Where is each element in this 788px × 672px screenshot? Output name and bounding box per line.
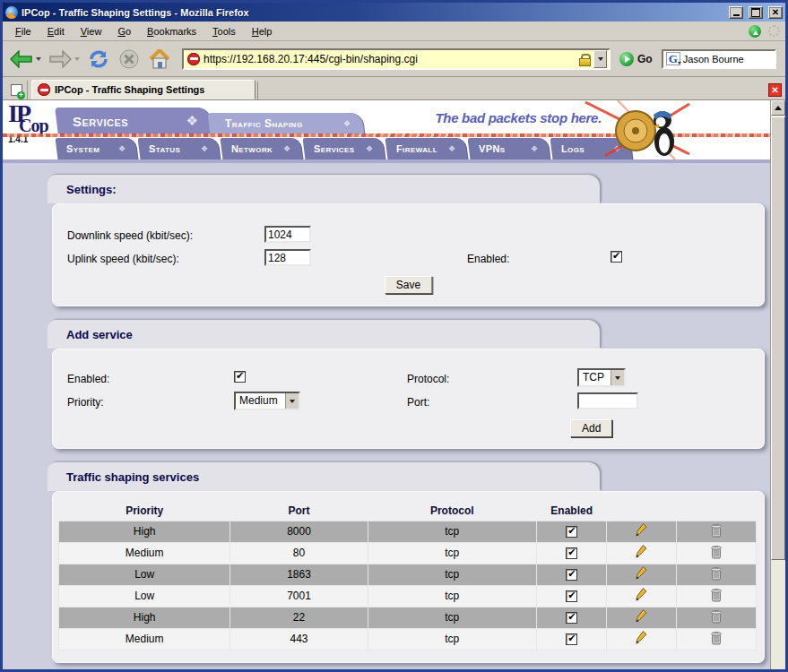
downlink-input[interactable] — [264, 226, 311, 243]
delete-trash-icon[interactable] — [710, 631, 723, 645]
table-row: High22tcp — [59, 607, 757, 628]
uplink-input[interactable] — [264, 249, 311, 266]
diamond-icon: ❖ — [531, 144, 549, 153]
close-tab-button[interactable]: ✕ — [768, 83, 782, 97]
port-input[interactable] — [577, 392, 638, 409]
cell-priority: Medium — [59, 542, 230, 564]
url-dropdown-button[interactable] — [593, 50, 607, 68]
add-enabled-checkbox[interactable] — [234, 371, 246, 383]
menu-item[interactable]: Tools — [205, 23, 243, 39]
nav-tab[interactable]: Services ❖ — [304, 138, 384, 159]
menu-item[interactable]: Go — [110, 23, 138, 39]
panel-title: Add service — [48, 320, 600, 341]
protocol-select[interactable]: TCP — [577, 368, 626, 387]
save-button[interactable]: Save — [385, 276, 432, 294]
port-label: Port: — [407, 396, 429, 409]
downlink-label: Downlink speed (kbit/sec): — [67, 229, 193, 242]
chevron-down-icon[interactable] — [285, 393, 299, 409]
diamond-icon: ❖ — [343, 119, 363, 128]
edit-pencil-icon[interactable] — [635, 544, 648, 559]
edit-pencil-icon[interactable] — [635, 587, 648, 602]
edit-pencil-icon[interactable] — [635, 522, 648, 538]
nav-tab[interactable]: System ❖ — [56, 138, 136, 159]
priority-label: Priority: — [67, 396, 104, 409]
scrollbar-thumb[interactable] — [771, 116, 785, 560]
row-enabled-checkbox[interactable] — [566, 569, 577, 581]
close-button[interactable] — [768, 6, 783, 19]
back-dropdown-icon[interactable] — [36, 57, 41, 64]
nav-tab[interactable]: Network ❖ — [221, 138, 301, 159]
google-icon[interactable]: G — [666, 52, 680, 65]
home-icon[interactable] — [146, 47, 173, 72]
scroll-up-icon[interactable] — [771, 100, 785, 116]
priority-select[interactable]: Medium — [234, 392, 300, 410]
add-button[interactable]: Add — [570, 419, 612, 437]
row-enabled-checkbox[interactable] — [566, 547, 577, 559]
delete-trash-icon[interactable] — [710, 609, 723, 624]
url-text[interactable]: https://192.168.20.17:445/cgi-bin/shapin… — [203, 53, 576, 65]
menu-items: FileEditViewGoBookmarksToolsHelp — [8, 23, 749, 39]
row-enabled-checkbox[interactable] — [566, 633, 577, 645]
row-enabled-checkbox[interactable] — [566, 526, 577, 538]
uplink-label: Uplink speed (kbit/sec): — [67, 253, 179, 265]
cell-port: 1863 — [230, 564, 368, 585]
chevron-down-icon[interactable] — [610, 370, 624, 385]
minimize-button[interactable] — [729, 6, 743, 19]
nav-tab[interactable]: Status ❖ — [139, 138, 219, 159]
url-bar[interactable]: https://192.168.20.17:445/cgi-bin/shapin… — [182, 48, 610, 70]
back-icon[interactable] — [8, 47, 35, 72]
nav-tab[interactable]: Firewall ❖ — [386, 138, 466, 159]
delete-trash-icon[interactable] — [710, 588, 723, 602]
cell-port: 22 — [230, 607, 368, 628]
browser-window: IPCop - Traffic Shaping Settings - Mozil… — [0, 0, 788, 672]
panel-title: Settings: — [48, 175, 600, 196]
throbber-icon — [768, 25, 780, 37]
menu-item[interactable]: View — [74, 23, 109, 39]
nav-tab[interactable]: VPNs ❖ — [469, 138, 549, 159]
delete-trash-icon[interactable] — [710, 566, 723, 581]
go-button[interactable]: Go — [614, 50, 658, 68]
new-tab-button[interactable] — [6, 81, 28, 99]
panel-title: Traffic shaping services — [48, 462, 600, 484]
enabled-label: Enabled: — [467, 253, 509, 265]
row-enabled-checkbox[interactable] — [566, 612, 577, 624]
add-enabled-label: Enabled: — [67, 373, 109, 385]
settings-enabled-checkbox[interactable] — [610, 251, 622, 263]
maximize-button[interactable] — [749, 6, 763, 19]
menu-item[interactable]: File — [8, 23, 39, 39]
section-tab-services[interactable]: Services ❖ — [56, 108, 211, 134]
edit-pencil-icon[interactable] — [635, 565, 648, 581]
search-input[interactable]: Jason Bourne — [683, 54, 744, 65]
navigation-toolbar: https://192.168.20.17:445/cgi-bin/shapin… — [3, 41, 785, 77]
tab-ipcop[interactable]: IPCop - Traffic Shaping Settings — [31, 80, 255, 99]
menu-item[interactable]: Bookmarks — [140, 23, 203, 39]
forward-icon[interactable] — [47, 47, 74, 72]
col-protocol: Protocol — [368, 501, 536, 521]
forward-dropdown-icon[interactable] — [74, 57, 80, 64]
page-scrollbar[interactable] — [770, 100, 785, 669]
col-enabled: Enabled — [536, 501, 607, 521]
diamond-icon: ❖ — [118, 144, 136, 153]
page-tab-traffic-shaping[interactable]: Traffic Shaping ❖ — [209, 113, 363, 134]
diamond-icon: ❖ — [448, 144, 466, 153]
table-row: Medium443tcp — [59, 628, 757, 650]
menu-item[interactable]: Edit — [40, 23, 72, 39]
col-priority: Priority — [59, 501, 230, 521]
edit-pencil-icon[interactable] — [635, 630, 648, 645]
search-box[interactable]: G Jason Bourne — [662, 49, 776, 69]
update-notifier-icon[interactable] — [749, 25, 761, 38]
window-title: IPCop - Traffic Shaping Settings - Mozil… — [22, 7, 723, 18]
delete-trash-icon[interactable] — [710, 545, 723, 559]
edit-pencil-icon[interactable] — [635, 608, 648, 624]
services-panel: Traffic shaping services Priority Port P… — [48, 462, 765, 663]
cell-port: 443 — [230, 628, 368, 650]
cell-priority: High — [59, 521, 230, 542]
menu-bar: FileEditViewGoBookmarksToolsHelp — [3, 22, 785, 41]
menu-item[interactable]: Help — [245, 23, 280, 39]
settings-panel: Settings: Downlink speed (kbit/sec): Upl… — [48, 175, 765, 306]
row-enabled-checkbox[interactable] — [566, 590, 577, 602]
reload-icon[interactable] — [85, 47, 112, 72]
table-row: High8000tcp — [59, 521, 757, 542]
diamond-icon: ❖ — [366, 144, 384, 153]
delete-trash-icon[interactable] — [710, 523, 723, 538]
